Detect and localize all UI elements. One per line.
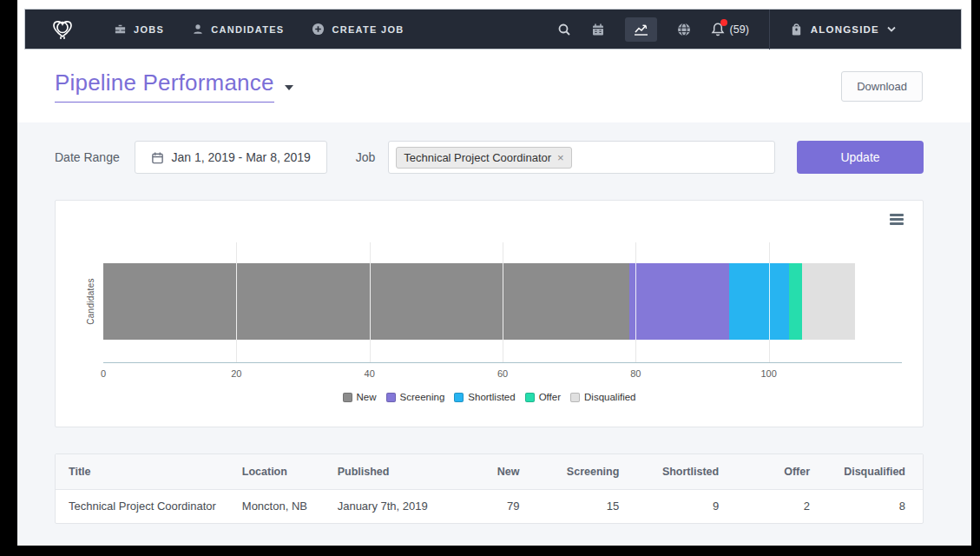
nav-item-create-job[interactable]: CREATE JOB <box>312 23 404 36</box>
bell-icon <box>711 22 725 36</box>
legend-item-screening[interactable]: Screening <box>386 392 445 402</box>
column-header-new: New <box>446 454 537 489</box>
nav-left: JOBS CANDIDATES CREATE JOB <box>25 17 432 43</box>
bar-segment-shortlisted[interactable] <box>729 263 789 340</box>
alongside-logo-icon[interactable] <box>48 17 77 43</box>
table-cell: Technical Project Coordinator <box>56 489 229 523</box>
download-button[interactable]: Download <box>841 71 923 102</box>
y-axis-label: Candidates <box>86 278 95 325</box>
x-tick-label: 60 <box>497 368 508 379</box>
filter-row: Date Range Jan 1, 2019 - Mar 8, 2019 Job… <box>55 140 924 175</box>
column-header-shortlisted: Shortlisted <box>636 454 736 489</box>
results-table: TitleLocationPublishedNewScreeningShortl… <box>56 454 923 523</box>
nav-right: (59) ALONGSIDE <box>557 10 961 49</box>
nav-divider <box>769 10 770 50</box>
column-header-location: Location <box>229 454 325 489</box>
legend-label: Shortlisted <box>468 392 515 402</box>
x-tick-label: 100 <box>760 368 776 379</box>
chart-menu-icon[interactable] <box>890 214 904 225</box>
column-header-screening: Screening <box>536 454 636 489</box>
job-label: Job <box>356 150 376 164</box>
plus-circle-icon <box>312 23 325 36</box>
grid-line-overlay <box>635 263 636 340</box>
caret-down-icon[interactable] <box>285 85 293 90</box>
legend-swatch <box>525 393 535 402</box>
date-range-value: Jan 1, 2019 - Mar 8, 2019 <box>172 150 311 164</box>
notifications[interactable]: (59) <box>711 22 749 36</box>
x-tick-label: 40 <box>365 368 375 379</box>
table-header-row: TitleLocationPublishedNewScreeningShortl… <box>56 454 923 489</box>
calendar-icon[interactable] <box>591 23 605 36</box>
account-icon <box>790 23 803 36</box>
job-tag: Technical Project Coordinator × <box>396 147 571 169</box>
chevron-down-icon <box>887 26 896 32</box>
nav-item-label: CANDIDATES <box>211 24 284 35</box>
chart-icon[interactable] <box>625 17 657 42</box>
legend-label: Offer <box>539 392 561 402</box>
legend-label: Screening <box>400 392 445 402</box>
legend-swatch <box>454 393 464 402</box>
search-icon[interactable] <box>557 23 571 36</box>
nav-item-jobs[interactable]: JOBS <box>114 23 164 36</box>
nav-item-label: JOBS <box>134 24 164 35</box>
nav-item-candidates[interactable]: CANDIDATES <box>192 23 284 36</box>
legend-item-shortlisted[interactable]: Shortlisted <box>454 392 515 402</box>
table-cell: 79 <box>446 489 537 523</box>
update-button[interactable]: Update <box>797 141 924 174</box>
page-title[interactable]: Pipeline Performance <box>55 70 274 103</box>
grid-line-overlay <box>503 263 503 340</box>
table-cell: Moncton, NB <box>229 489 325 523</box>
legend-item-offer[interactable]: Offer <box>525 392 561 402</box>
account-name: ALONGSIDE <box>811 24 879 35</box>
table-cell: January 7th, 2019 <box>325 489 446 523</box>
navbar: JOBS CANDIDATES CREATE JOB <box>24 9 962 50</box>
legend-item-new[interactable]: New <box>343 392 377 402</box>
bar-segment-offer[interactable] <box>789 263 802 340</box>
notification-dot <box>720 19 727 26</box>
legend-swatch <box>343 393 352 402</box>
nav-item-label: CREATE JOB <box>332 24 404 35</box>
grid-line-overlay <box>769 263 770 340</box>
x-tick-label: 80 <box>630 368 641 379</box>
calendar-glyph-icon <box>151 151 164 164</box>
x-tick-label: 20 <box>231 368 241 379</box>
globe-icon[interactable] <box>677 23 691 36</box>
legend-item-disqualified[interactable]: Disqualified <box>570 392 635 402</box>
table-cell: 15 <box>536 489 636 523</box>
table-cell: 9 <box>636 489 736 523</box>
topbar-wrap: JOBS CANDIDATES CREATE JOB <box>17 0 971 50</box>
grid-line-overlay <box>370 263 371 340</box>
legend-swatch <box>570 393 580 402</box>
table-cell: 2 <box>736 489 827 523</box>
chart-legend: NewScreeningShortlistedOfferDisqualified <box>56 392 923 402</box>
account-menu[interactable]: ALONGSIDE <box>790 23 896 36</box>
results-table-panel: TitleLocationPublishedNewScreeningShortl… <box>55 453 924 524</box>
legend-label: New <box>357 392 377 402</box>
x-tick-label: 0 <box>101 368 106 379</box>
bar-segment-disqualified[interactable] <box>802 263 855 340</box>
briefcase-icon <box>114 23 127 36</box>
notification-count: (59) <box>730 23 749 36</box>
column-header-title: Title <box>56 454 229 489</box>
plot-area <box>103 242 902 363</box>
tag-remove-icon[interactable]: × <box>557 152 564 163</box>
legend-swatch <box>386 393 396 402</box>
chart-panel: Candidates 020406080100 NewScreeningShor… <box>55 200 924 427</box>
content: Date Range Jan 1, 2019 - Mar 8, 2019 Job… <box>17 122 971 524</box>
job-tag-label: Technical Project Coordinator <box>404 151 551 164</box>
person-icon <box>192 23 204 36</box>
bar-segment-new[interactable] <box>103 263 629 340</box>
date-range-label: Date Range <box>55 150 120 164</box>
bar-segment-screening[interactable] <box>629 263 729 340</box>
date-range-input[interactable]: Jan 1, 2019 - Mar 8, 2019 <box>135 141 327 174</box>
column-header-offer: Offer <box>736 454 827 489</box>
title-row: Pipeline Performance Download <box>17 50 971 122</box>
x-axis-ticks: 020406080100 <box>103 368 902 382</box>
legend-label: Disqualified <box>584 392 635 402</box>
table-row[interactable]: Technical Project CoordinatorMoncton, NB… <box>56 489 923 523</box>
app-window: JOBS CANDIDATES CREATE JOB <box>17 0 971 546</box>
table-cell: 8 <box>827 489 923 523</box>
column-header-disqualified: Disqualified <box>827 454 923 489</box>
job-select-input[interactable]: Technical Project Coordinator × <box>388 141 775 174</box>
grid-line-overlay <box>236 263 237 340</box>
